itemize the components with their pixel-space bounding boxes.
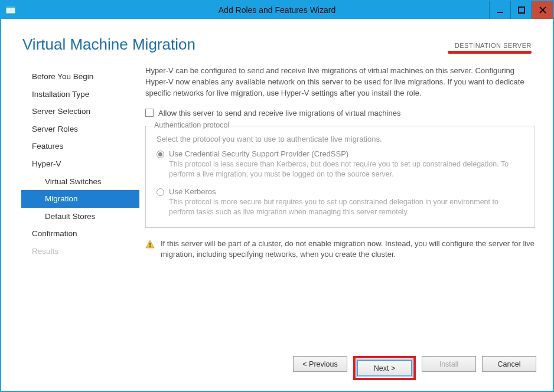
cluster-warning-text: If this server will be part of a cluster… [161, 239, 535, 261]
radio-kerberos-desc: This protocol is more secure but require… [169, 197, 524, 218]
maximize-button[interactable] [510, 1, 532, 19]
page-title: Virtual Machine Migration [22, 35, 195, 54]
sidebar-item-before-you-begin[interactable]: Before You Begin [21, 68, 139, 86]
main-row: Before You Begin Installation Type Serve… [1, 61, 553, 349]
next-button[interactable]: Next > [357, 360, 412, 376]
svg-rect-7 [149, 243, 151, 246]
warning-icon [145, 240, 155, 249]
allow-migration-label: Allow this server to send and receive li… [158, 109, 400, 117]
titlebar: Add Roles and Features Wizard [1, 1, 553, 19]
sidebar-item-server-roles[interactable]: Server Roles [21, 120, 139, 138]
radio-icon[interactable] [157, 188, 164, 196]
radio-icon[interactable] [157, 151, 164, 158]
header-row: Virtual Machine Migration DESTINATION SE… [1, 19, 553, 61]
sidebar-item-confirmation[interactable]: Confirmation [21, 225, 139, 243]
authentication-protocol-group: Authentication protocol Select the proto… [145, 126, 535, 228]
destination-server-label: DESTINATION SERVER [448, 42, 532, 49]
window-controls [489, 1, 553, 19]
install-button: Install [422, 356, 476, 372]
allow-migration-checkbox-row[interactable]: Allow this server to send and receive li… [145, 109, 535, 117]
sidebar-item-results: Results [21, 243, 139, 260]
wizard-sidebar: Before You Begin Installation Type Serve… [21, 66, 139, 349]
sidebar-item-hyperv[interactable]: Hyper-V [21, 155, 139, 173]
sidebar-item-server-selection[interactable]: Server Selection [21, 103, 139, 120]
highlight-underline [448, 51, 532, 54]
svg-rect-8 [149, 246, 151, 247]
radio-kerberos-row[interactable]: Use Kerberos This protocol is more secur… [157, 187, 524, 218]
content-area: Virtual Machine Migration DESTINATION SE… [1, 19, 553, 391]
cluster-warning: If this server will be part of a cluster… [145, 239, 535, 261]
wizard-window: Add Roles and Features Wizard Virtual Ma… [0, 0, 554, 392]
sidebar-item-virtual-switches[interactable]: Virtual Switches [21, 173, 139, 191]
sidebar-item-migration[interactable]: Migration [21, 190, 139, 208]
radio-kerberos-label: Use Kerberos [169, 187, 524, 196]
checkbox-icon[interactable] [145, 109, 154, 117]
svg-rect-3 [519, 7, 524, 13]
close-button[interactable] [532, 1, 553, 19]
radio-credssp-row[interactable]: Use Credential Security Support Provider… [157, 149, 524, 180]
settings-panel: Hyper-V can be configured to send and re… [139, 66, 541, 349]
auth-intro-text: Select the protocol you want to use to a… [157, 135, 524, 143]
sidebar-item-default-stores[interactable]: Default Stores [21, 208, 139, 226]
cancel-button[interactable]: Cancel [482, 356, 536, 372]
previous-button[interactable]: < Previous [293, 356, 347, 372]
sidebar-item-features[interactable]: Features [21, 138, 139, 155]
radio-credssp-desc: This protocol is less secure than Kerber… [169, 159, 524, 180]
sidebar-item-installation-type[interactable]: Installation Type [21, 86, 139, 103]
destination-server-block: DESTINATION SERVER [448, 42, 532, 54]
svg-rect-2 [497, 12, 503, 13]
minimize-button[interactable] [489, 1, 510, 19]
next-button-highlight: Next > [353, 356, 416, 380]
window-title: Add Roles and Features Wizard [1, 5, 553, 15]
auth-group-legend: Authentication protocol [152, 121, 232, 129]
app-icon [5, 4, 17, 16]
wizard-button-bar: < Previous Next > Install Cancel [1, 349, 553, 391]
radio-credssp-label: Use Credential Security Support Provider… [169, 149, 524, 158]
intro-text: Hyper-V can be configured to send and re… [145, 66, 535, 99]
svg-rect-1 [6, 6, 15, 8]
